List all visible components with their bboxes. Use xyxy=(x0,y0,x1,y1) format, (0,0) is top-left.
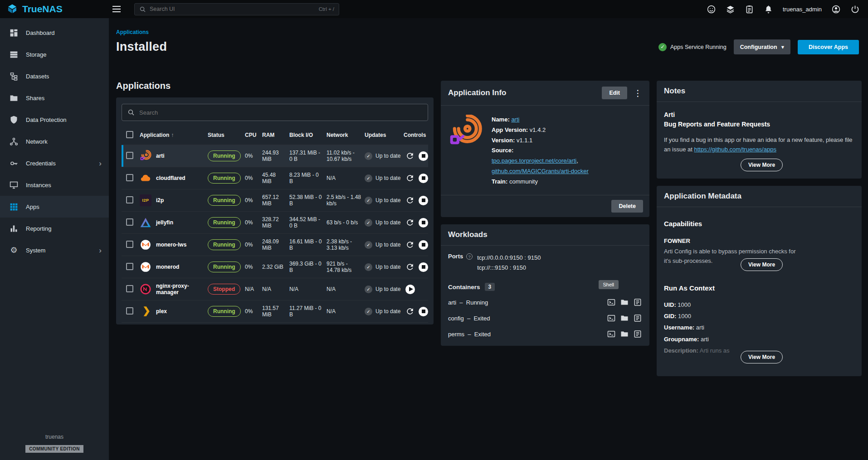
table-row-monero-lws[interactable]: monero-lws Running 0% 248.09 MiB 16.61 M… xyxy=(122,233,428,256)
applications-table-panel: Application↑ Status CPU RAM Block I/O Ne… xyxy=(116,97,434,324)
sidebar-item-dashboard[interactable]: Dashboard xyxy=(0,22,109,44)
stop-button[interactable] xyxy=(419,174,428,183)
row-checkbox[interactable] xyxy=(126,152,133,159)
column-updates[interactable]: Updates xyxy=(365,132,404,138)
notes-view-more-button[interactable]: View More xyxy=(741,159,783,171)
sidebar-item-network[interactable]: Network xyxy=(0,131,109,152)
user-account-icon[interactable] xyxy=(831,5,841,14)
stop-button[interactable] xyxy=(419,218,428,228)
stop-button[interactable] xyxy=(419,262,428,272)
sidebar-item-system[interactable]: ⚙ System › xyxy=(0,239,109,261)
restart-button[interactable] xyxy=(405,174,414,183)
shell-terminal-icon[interactable] xyxy=(607,329,616,339)
stop-button[interactable] xyxy=(419,240,428,250)
column-network[interactable]: Network xyxy=(327,132,365,138)
restart-button[interactable] xyxy=(405,151,414,160)
volumes-folder-icon[interactable] xyxy=(620,329,629,339)
row-checkbox[interactable] xyxy=(126,241,133,248)
app-name-link[interactable]: arti xyxy=(511,116,519,123)
ram-value: 244.93 MiB xyxy=(262,150,289,162)
logs-icon[interactable] xyxy=(633,329,642,339)
table-row-cloudflared[interactable]: cloudflared Running 0% 45.48 MiB 8.23 Mi… xyxy=(122,167,428,189)
volumes-folder-icon[interactable] xyxy=(620,298,629,307)
configuration-button[interactable]: Configuration ▾ xyxy=(734,39,790,54)
workloads-card: Workloads Ports ? tcp://0.0.0.0:9150 : 9… xyxy=(441,224,649,346)
alerts-bell-icon[interactable] xyxy=(764,5,773,14)
global-search-input[interactable] xyxy=(150,6,315,12)
capabilities-view-more-button[interactable]: View More xyxy=(741,258,783,271)
delete-button[interactable]: Delete xyxy=(611,200,643,213)
containers-label: Containers xyxy=(448,284,480,291)
issues-link[interactable]: https://github.com/truenas/apps xyxy=(694,146,776,153)
row-checkbox[interactable] xyxy=(126,218,133,226)
update-status: Up to date xyxy=(375,219,400,226)
select-all-checkbox[interactable] xyxy=(126,131,133,138)
username-label[interactable]: truenas_admin xyxy=(783,6,822,13)
table-row-jellyfin[interactable]: jellyfin Running 0% 328.72 MiB 344.52 Mi… xyxy=(122,211,428,233)
sidebar-item-credentials[interactable]: Credentials › xyxy=(0,152,109,174)
breadcrumb[interactable]: Applications xyxy=(116,29,149,35)
stop-button[interactable] xyxy=(419,307,428,316)
table-row-i2p[interactable]: I2P i2p Running 0% 657.12 MiB 52.38 MiB … xyxy=(122,189,428,211)
column-application[interactable]: Application↑ xyxy=(140,132,208,138)
table-row-plex[interactable]: plex Running 0% 131.57 MiB 11.27 MiB - 0… xyxy=(122,300,428,322)
table-row-monerod[interactable]: monerod Running 0% 2.32 GiB 369.3 GiB - … xyxy=(122,256,428,278)
shell-terminal-icon[interactable] xyxy=(607,298,616,307)
row-checkbox[interactable] xyxy=(126,174,133,181)
sidebar-item-storage[interactable]: Storage xyxy=(0,44,109,65)
table-search[interactable] xyxy=(122,104,428,121)
tasks-clipboard-icon[interactable] xyxy=(745,5,754,14)
table-row-nginx-proxy-manager[interactable]: nginx-proxy-manager Stopped N/A N/A N/A … xyxy=(122,278,428,300)
shell-terminal-icon[interactable] xyxy=(607,314,616,323)
update-check-icon: ✓ xyxy=(365,263,372,271)
restart-button[interactable] xyxy=(405,240,414,249)
help-icon[interactable]: ? xyxy=(466,253,473,260)
jobs-layers-icon[interactable] xyxy=(726,5,735,14)
block-io-value: 11.27 MiB - 0 B xyxy=(289,305,327,318)
restart-button[interactable] xyxy=(405,307,414,316)
logs-icon[interactable] xyxy=(633,298,642,307)
port-mapping: tcp://:::9150 : 9150 xyxy=(477,263,541,273)
row-checkbox[interactable] xyxy=(126,196,133,203)
column-cpu[interactable]: CPU xyxy=(245,132,262,138)
global-search[interactable]: Ctrl + / xyxy=(134,3,339,15)
logs-icon[interactable] xyxy=(633,314,642,323)
sidebar-item-reporting[interactable]: Reporting xyxy=(0,218,109,239)
sidebar-item-datasets[interactable]: Datasets xyxy=(0,65,109,87)
column-block-io[interactable]: Block I/O xyxy=(289,132,327,138)
sidebar-item-instances[interactable]: Instances xyxy=(0,174,109,196)
source-link-2[interactable]: github.com/MAGICGrants/arti-docker xyxy=(492,168,589,174)
sidebar-item-apps[interactable]: Apps xyxy=(0,196,109,218)
restart-button[interactable] xyxy=(405,218,414,227)
table-search-input[interactable] xyxy=(139,109,422,116)
column-ram[interactable]: RAM xyxy=(262,132,289,138)
sidebar-item-data-protection[interactable]: Data Protection xyxy=(0,109,109,131)
port-mapping: tcp://0.0.0.0:9150 : 9150 xyxy=(477,253,541,263)
kebab-menu-icon[interactable]: ⋮ xyxy=(634,89,642,97)
feedback-smiley-icon[interactable] xyxy=(707,5,716,14)
power-icon[interactable] xyxy=(850,5,860,14)
table-row-arti[interactable]: arti Running 0% 244.93 MiB 137.31 MiB - … xyxy=(122,145,428,167)
datasets-tree-icon xyxy=(9,72,19,81)
row-checkbox[interactable] xyxy=(126,285,133,292)
row-checkbox[interactable] xyxy=(126,307,133,315)
update-check-icon: ✓ xyxy=(365,152,372,160)
restart-button[interactable] xyxy=(405,262,414,271)
run-as-context-title: Run As Context xyxy=(664,284,854,292)
hamburger-menu-icon[interactable] xyxy=(109,3,124,15)
run-as-view-more-button[interactable]: View More xyxy=(741,351,783,363)
volumes-folder-icon[interactable] xyxy=(620,314,629,323)
stop-button[interactable] xyxy=(419,196,428,205)
discover-apps-button[interactable]: Discover Apps xyxy=(798,40,859,54)
source-link-1[interactable]: tpo.pages.torproject.net/core/arti xyxy=(492,157,576,164)
restart-button[interactable] xyxy=(405,196,414,205)
edit-button[interactable]: Edit xyxy=(602,87,627,99)
column-status[interactable]: Status xyxy=(208,132,245,138)
sidebar-item-shares[interactable]: Shares xyxy=(0,87,109,109)
row-checkbox[interactable] xyxy=(126,263,133,270)
truenas-logo[interactable]: TrueNAS xyxy=(0,3,109,15)
stop-button[interactable] xyxy=(419,151,428,161)
start-button[interactable] xyxy=(405,285,415,294)
app-name: jellyfin xyxy=(156,219,173,226)
sidebar: Dashboard Storage Datasets Shares Data P… xyxy=(0,18,109,460)
